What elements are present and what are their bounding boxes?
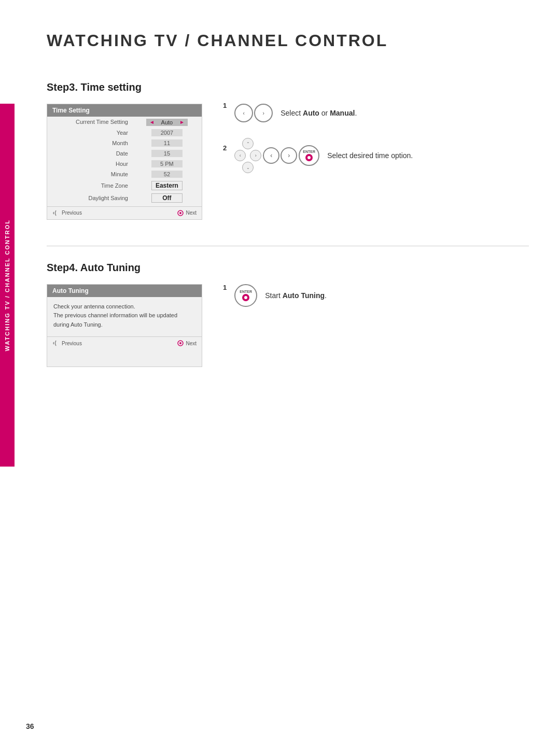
enter-dot <box>305 154 313 161</box>
enter-dot-4 <box>242 294 249 301</box>
auto-next-button[interactable]: Next <box>177 340 197 346</box>
auto-next-icon <box>177 340 184 346</box>
enter-button[interactable]: ENTER <box>299 145 319 166</box>
field-value-cell: Off <box>132 192 202 204</box>
step3-instruction2: 2 ⌃ ‹ › ⌄ <box>223 138 529 173</box>
nav-left-button[interactable]: ‹ <box>234 150 246 161</box>
field-value-cell: 15 <box>132 148 202 159</box>
field-label: Year <box>47 128 132 138</box>
right-arrow-icon: › <box>263 110 264 116</box>
field-value-cell: 5 PM <box>132 159 202 169</box>
auto-tuning-panel: Auto Tuning Check your antenna connectio… <box>47 284 202 367</box>
sidebar-label: WATCHING TV / CHANNEL CONTROL <box>4 219 10 351</box>
down-button[interactable]: ⌄ <box>242 162 254 173</box>
left-button-2[interactable]: ‹ <box>263 147 279 164</box>
auto-tuning-line3: during Auto Tuning. <box>53 320 195 330</box>
auto-tuning-header: Auto Tuning <box>47 285 202 297</box>
auto-prev-label: Previous <box>62 341 82 346</box>
left-icon-2: ‹ <box>270 152 272 159</box>
right-button-2[interactable]: › <box>281 147 297 164</box>
left-arrow-icon: ‹ <box>243 110 245 116</box>
step3-instructions: 1 ‹ › Select Auto or Manual. <box>223 104 529 173</box>
table-row: Month 11 <box>47 138 202 148</box>
field-value-cell: Eastern <box>132 179 202 192</box>
sidebar-bar: WATCHING TV / CHANNEL CONTROL <box>0 104 15 467</box>
table-row: Time Zone Eastern <box>47 179 202 192</box>
daylight-value: Off <box>151 193 183 203</box>
svg-point-1 <box>179 212 181 214</box>
table-row: Hour 5 PM <box>47 159 202 169</box>
step-number-1: 1 <box>223 102 227 109</box>
page-title: WATCHING TV / CHANNEL CONTROL <box>47 31 529 50</box>
time-setting-header: Time Setting <box>47 104 202 117</box>
field-value-cell: 52 <box>132 169 202 179</box>
auto-tuning-line1: Check your antenna connection. <box>53 302 195 312</box>
main-content: WATCHING TV / CHANNEL CONTROL Step3. Tim… <box>26 0 560 746</box>
field-label: Month <box>47 138 132 148</box>
table-row: Current Time Setting ◄ Auto ► <box>47 117 202 128</box>
field-label: Daylight Saving <box>47 192 132 204</box>
prev-label: Previous <box>62 210 82 216</box>
field-label: Date <box>47 148 132 159</box>
up-button[interactable]: ⌃ <box>242 138 254 149</box>
nav-cluster-group: ⌃ ‹ › ⌄ <box>234 138 319 173</box>
time-setting-panel: Time Setting Current Time Setting ◄ Auto… <box>47 104 202 220</box>
previous-button[interactable]: Previous <box>52 210 82 216</box>
enter-dot-inner-4 <box>244 296 247 299</box>
next-label: Next <box>186 210 197 216</box>
field-label: Minute <box>47 169 132 179</box>
right-arrow-icon[interactable]: ► <box>179 119 185 125</box>
step3-title: Step3. Time setting <box>47 81 529 93</box>
field-value-cell: 11 <box>132 138 202 148</box>
up-down-cluster: ⌃ ‹ › ⌄ <box>234 138 261 173</box>
instruction2-text: Select desired time option. <box>327 151 413 160</box>
left-arrow-icon[interactable]: ◄ <box>149 119 155 125</box>
table-row: Minute 52 <box>47 169 202 179</box>
step4-instructions: 1 ENTER Start Auto Tuning. <box>223 284 529 307</box>
previous-icon <box>52 210 60 216</box>
auto-prev-icon <box>52 340 60 346</box>
auto-tuning-line2: The previous channel information will be… <box>53 311 195 320</box>
next-icon <box>177 210 184 216</box>
field-label: Time Zone <box>47 179 132 192</box>
auto-prev-button[interactable]: Previous <box>52 340 82 346</box>
field-label: Current Time Setting <box>47 117 132 128</box>
enter-label-4: ENTER <box>240 290 252 293</box>
step3-content: Time Setting Current Time Setting ◄ Auto… <box>47 104 529 220</box>
nav-up-row: ⌃ <box>242 138 254 149</box>
step4-content: Auto Tuning Check your antenna connectio… <box>47 284 529 367</box>
nav-down-row: ⌄ <box>242 162 254 173</box>
instruction1-text: Select Auto or Manual. <box>281 109 357 117</box>
step3-instruction1: 1 ‹ › Select Auto or Manual. <box>223 104 529 122</box>
field-label: Hour <box>47 159 132 169</box>
time-setting-table: Current Time Setting ◄ Auto ► Year 2007 <box>47 117 202 204</box>
step4-number-1: 1 <box>223 284 227 291</box>
left-button[interactable]: ‹ <box>234 104 253 122</box>
enter-button-4[interactable]: ENTER <box>234 284 257 307</box>
lr-button-cluster: ‹ › <box>234 104 273 122</box>
auto-value: ◄ Auto ► <box>146 119 188 126</box>
field-value-cell: ◄ Auto ► <box>132 117 202 128</box>
auto-tuning-body: Check your antenna connection. The previ… <box>47 297 202 335</box>
next-button[interactable]: Next <box>177 210 197 216</box>
section-divider <box>47 246 529 246</box>
right-button[interactable]: › <box>254 104 273 122</box>
svg-point-3 <box>179 342 181 344</box>
field-value-cell: 2007 <box>132 128 202 138</box>
step4-instruction1: 1 ENTER Start Auto Tuning. <box>223 284 529 307</box>
right-icon-2: › <box>288 152 290 159</box>
enter-dot-inner <box>307 156 311 159</box>
page-number: 36 <box>26 722 34 730</box>
step-number-2: 2 <box>223 144 227 152</box>
table-row: Year 2007 <box>47 128 202 138</box>
nav-right-button[interactable]: › <box>250 150 261 161</box>
step4-title: Step4. Auto Tuning <box>47 262 529 274</box>
panel-footer: Previous Next <box>47 206 202 219</box>
auto-tuning-footer: Previous Next <box>47 336 202 349</box>
table-row: Daylight Saving Off <box>47 192 202 204</box>
step3-section: Step3. Time setting Time Setting Current… <box>47 81 529 220</box>
nav-lr-row: ‹ › <box>234 150 261 161</box>
enter-label: ENTER <box>303 150 315 153</box>
step4-section: Step4. Auto Tuning Auto Tuning Check you… <box>47 262 529 367</box>
timezone-value: Eastern <box>151 181 183 190</box>
